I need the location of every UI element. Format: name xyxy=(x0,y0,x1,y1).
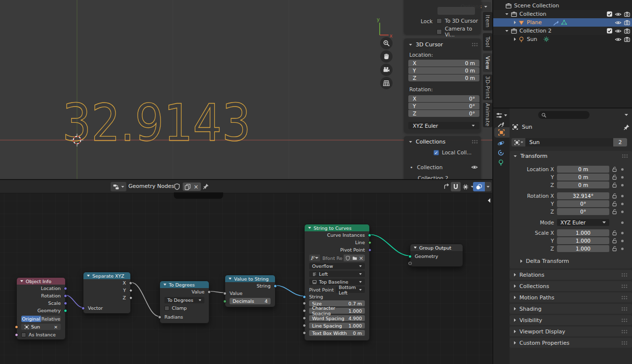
lock-open-icon[interactable] xyxy=(612,230,618,236)
node-value-to-string[interactable]: Value to String String Value Decimals 4 xyxy=(225,275,276,307)
unlink-icon[interactable]: × xyxy=(359,255,363,261)
editor-type-button[interactable] xyxy=(495,111,507,119)
lock-open-icon[interactable] xyxy=(612,201,618,207)
zoom-gizmo-button[interactable] xyxy=(380,37,393,49)
datablock-type-button[interactable] xyxy=(512,138,525,146)
socket-boolean[interactable] xyxy=(15,333,18,336)
collapse-icon[interactable] xyxy=(87,275,90,277)
properties-editor[interactable]: Sun Sun 2 Transform Location X0 m Y0 m Z… xyxy=(492,108,632,364)
node-header[interactable]: Group Output xyxy=(410,244,463,251)
outliner-row-scene-collection[interactable]: Scene Collection xyxy=(493,1,632,10)
tab-physics-icon[interactable] xyxy=(497,140,505,147)
tab-tool[interactable]: Tool xyxy=(483,33,492,51)
section-motion-paths[interactable]: Motion Paths xyxy=(510,292,632,302)
tab-animate[interactable]: Animate xyxy=(483,103,492,127)
word-spacing-field[interactable]: Word Spacing4.900 xyxy=(309,315,365,321)
panel-grip[interactable] xyxy=(622,154,628,158)
cursor-loc-x[interactable]: X0 m xyxy=(408,60,479,67)
node-header[interactable]: String to Curves xyxy=(305,224,369,231)
tab-item[interactable]: Item xyxy=(483,12,492,31)
section-viewport-display[interactable]: Viewport Display xyxy=(510,327,632,336)
decimals-field[interactable]: Decimals 4 xyxy=(230,298,271,304)
panel-grip[interactable] xyxy=(621,329,628,334)
tab-object-active[interactable] xyxy=(494,127,510,138)
cursor-rotation-mode-dropdown[interactable]: XYZ Euler xyxy=(408,122,479,129)
relative-option[interactable]: Relative xyxy=(41,316,61,322)
node-string-to-curves[interactable]: String to Curves Curve Instances Line Pi… xyxy=(304,224,370,341)
outliner-row-collection2[interactable]: Collection 2 xyxy=(493,27,632,35)
panel-grip[interactable] xyxy=(621,284,628,289)
eye-icon[interactable] xyxy=(615,11,622,18)
socket-string[interactable] xyxy=(274,284,277,288)
node-header[interactable]: Object Info xyxy=(17,278,65,285)
as-instance-row[interactable]: As Instance xyxy=(17,331,65,338)
collapse-icon[interactable] xyxy=(20,280,23,282)
font-name[interactable]: Bfont Regular xyxy=(321,255,343,261)
eye-icon[interactable] xyxy=(615,28,622,35)
lock-to-cursor-row[interactable]: To 3D Cursor xyxy=(436,18,478,24)
expand-icon[interactable] xyxy=(514,21,516,24)
socket-float[interactable] xyxy=(303,309,306,313)
lock-open-icon[interactable] xyxy=(612,238,618,244)
node-header[interactable]: To Degrees xyxy=(160,281,209,288)
cursor-loc-z[interactable]: Z0 m xyxy=(408,74,479,81)
modifier-wrench-icon[interactable] xyxy=(553,19,559,26)
animate-dot[interactable] xyxy=(621,168,624,171)
original-option[interactable]: Original xyxy=(21,316,41,322)
datablock-name-field[interactable]: Sun xyxy=(525,138,613,146)
socket-vector[interactable] xyxy=(81,306,85,310)
lock-open-icon[interactable] xyxy=(612,182,618,188)
socket-float[interactable] xyxy=(207,290,211,293)
animate-dot[interactable] xyxy=(621,176,624,179)
socket-vector[interactable] xyxy=(64,294,67,297)
cursor-panel-header[interactable]: 3D Cursor xyxy=(409,41,478,48)
socket-virtual[interactable] xyxy=(408,262,412,265)
tab-light-data-icon[interactable] xyxy=(497,159,505,166)
animate-dot[interactable] xyxy=(621,184,624,186)
node-separate-xyz[interactable]: Separate XYZ X Y Z Vector xyxy=(83,272,131,314)
outliner-row-collection[interactable]: Collection xyxy=(493,10,632,18)
checkbox-unchecked[interactable] xyxy=(164,306,169,311)
users-count-badge[interactable]: 2 xyxy=(613,138,627,146)
geometry-nodes-icon[interactable] xyxy=(561,19,567,26)
text-object-curves[interactable]: 32.9143 xyxy=(62,93,251,153)
sun-data-icon[interactable] xyxy=(543,36,550,42)
expand-icon[interactable] xyxy=(505,30,509,32)
cursor-rot-z[interactable]: Z0° xyxy=(408,110,479,117)
ortho-toggle-button[interactable] xyxy=(380,77,393,89)
socket-string[interactable] xyxy=(303,295,306,298)
camera-restrict-icon[interactable] xyxy=(624,19,631,26)
camera-restrict-icon[interactable] xyxy=(624,11,631,18)
animate-dot[interactable] xyxy=(621,240,624,242)
animate-dot[interactable] xyxy=(621,195,624,197)
panel-grip[interactable] xyxy=(472,140,478,144)
socket-float[interactable] xyxy=(158,315,161,319)
shield-icon[interactable] xyxy=(345,255,351,261)
exclude-checkbox-icon[interactable] xyxy=(606,28,613,34)
folder-icon[interactable] xyxy=(352,255,357,261)
panel-grip[interactable] xyxy=(621,273,628,277)
transform-panel-header[interactable]: Transform xyxy=(514,153,628,159)
collection-row[interactable]: • Collection xyxy=(410,164,478,171)
panel-grip[interactable] xyxy=(621,295,628,300)
panel-grip[interactable] xyxy=(472,42,478,47)
section-visibility[interactable]: Visibility xyxy=(510,315,632,325)
animate-dot[interactable] xyxy=(621,203,624,205)
panel-grip[interactable] xyxy=(621,341,628,345)
camera-to-view-row[interactable]: Camera to Vi... xyxy=(436,26,481,37)
cursor-loc-y[interactable]: Y0 m xyxy=(408,67,479,74)
tab-tool-icon[interactable] xyxy=(497,120,505,128)
lock-open-icon[interactable] xyxy=(612,166,618,172)
node-header[interactable]: Value to String xyxy=(225,275,275,282)
section-relations[interactable]: Relations xyxy=(510,270,632,280)
checkbox-unchecked[interactable] xyxy=(436,29,442,35)
clipped-field[interactable] xyxy=(437,7,475,15)
panel-grip[interactable] xyxy=(621,318,628,323)
section-shading[interactable]: Shading xyxy=(510,304,632,314)
collapse-icon[interactable] xyxy=(414,247,417,249)
text-box-width-field[interactable]: Text Box Width0 m xyxy=(309,330,365,336)
socket-int[interactable] xyxy=(223,299,227,303)
eye-icon[interactable] xyxy=(471,164,478,171)
socket-geometry[interactable] xyxy=(64,309,67,312)
delta-transform-header[interactable]: Delta Transform xyxy=(520,258,569,264)
